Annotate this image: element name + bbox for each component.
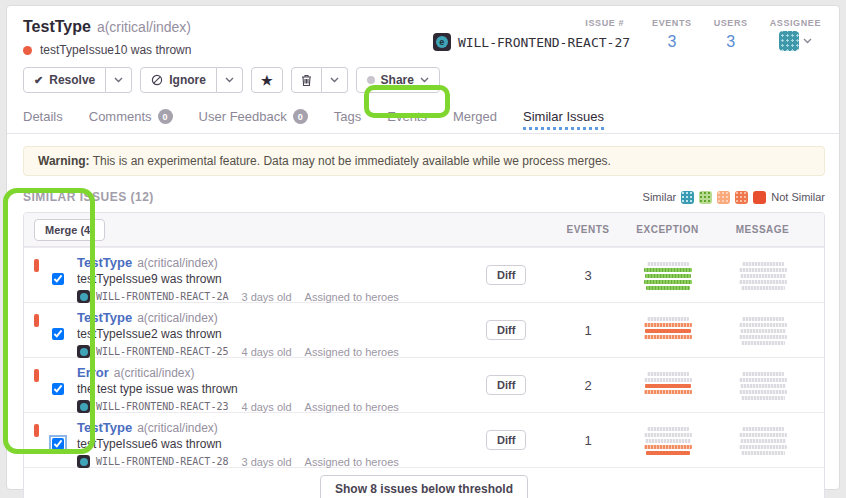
similarity-bar: [644, 335, 692, 339]
chevron-down-icon: [803, 38, 812, 44]
similarity-bar: [644, 445, 692, 449]
similarity-bar: [740, 384, 786, 388]
tab-tags[interactable]: Tags: [334, 103, 361, 133]
similarity-bar: [645, 274, 691, 278]
tab-events[interactable]: Events: [387, 103, 427, 133]
similarity-bar: [739, 280, 787, 284]
row-merge-checkbox[interactable]: [52, 273, 64, 285]
error-level-bar: [34, 314, 39, 327]
tab-label: User Feedback: [199, 109, 287, 124]
ignore-button[interactable]: Ignore: [140, 67, 217, 93]
legend-swatch-red: [753, 191, 766, 204]
events-stat-value[interactable]: 3: [652, 33, 692, 51]
similarity-bar: [645, 439, 691, 443]
similarity-bar: [741, 451, 785, 455]
diff-button[interactable]: Diff: [486, 375, 526, 395]
warning-prefix: Warning:: [38, 154, 90, 168]
similarity-bar: [742, 262, 784, 266]
bookmark-star-button[interactable]: ★: [251, 67, 283, 93]
similarity-bar: [647, 262, 689, 266]
issue-culprit: a(critical/index): [137, 421, 218, 435]
chevron-down-icon: [420, 77, 429, 83]
issue-link[interactable]: TestType: [77, 420, 132, 435]
similarity-bar: [646, 286, 690, 290]
similar-issues-heading: SIMILAR ISSUES (12): [23, 190, 154, 204]
ignore-dropdown-button[interactable]: [217, 67, 243, 93]
message-similarity-bars: [715, 317, 810, 345]
users-stat-value[interactable]: 3: [714, 33, 748, 51]
row-merge-checkbox[interactable]: [52, 383, 64, 395]
chevron-down-icon: [330, 77, 339, 83]
delete-dropdown-button[interactable]: [322, 67, 348, 93]
similarity-bar: [644, 390, 692, 394]
issue-assigned: Assigned to heroes: [305, 346, 399, 358]
show-more-issues-button[interactable]: Show 8 issues below threshold: [320, 475, 528, 498]
issue-age: 4 days old: [241, 346, 291, 358]
share-button[interactable]: Share: [356, 67, 440, 93]
similarity-bar: [645, 384, 691, 388]
issue-assigned: Assigned to heroes: [305, 291, 399, 303]
similarity-bar: [741, 341, 785, 345]
share-button-label: Share: [381, 73, 414, 87]
row-merge-checkbox[interactable]: [52, 438, 64, 450]
star-icon: ★: [261, 73, 273, 88]
similarity-bar: [644, 280, 692, 284]
diff-button[interactable]: Diff: [486, 320, 526, 340]
row-events-count: 1: [556, 433, 620, 448]
platform-icon: [77, 345, 90, 358]
row-events-count: 1: [556, 323, 620, 338]
tab-label: Merged: [453, 109, 497, 124]
tab-merged[interactable]: Merged: [453, 103, 497, 133]
row-merge-checkbox[interactable]: [52, 328, 64, 340]
issue-short-id[interactable]: WILL-FRONTEND-REACT-27: [458, 35, 630, 50]
row-events-count: 3: [556, 268, 620, 283]
resolve-button-label: Resolve: [49, 73, 95, 87]
issue-age: 3 days old: [241, 291, 291, 303]
tab-comments[interactable]: Comments0: [89, 103, 173, 133]
similar-issues-panel: Merge (4) EVENTS EXCEPTION MESSAGE TestT…: [23, 212, 825, 498]
similar-issue-row: Errora(critical/index) the test type iss…: [24, 357, 824, 412]
issue-link[interactable]: TestType: [77, 310, 132, 325]
exception-similarity-bars: [620, 317, 715, 339]
issue-age: 4 days old: [241, 401, 291, 413]
issue-culprit: a(critical/index): [137, 311, 218, 325]
similarity-bar: [741, 396, 785, 400]
similarity-bar: [739, 335, 787, 339]
tab-label: Events: [387, 109, 427, 124]
similar-issue-row: TestTypea(critical/index) testTypeIssue2…: [24, 302, 824, 357]
assignee-stat-label: ASSIGNEE: [770, 18, 821, 28]
message-similarity-bars: [715, 372, 810, 400]
similarity-bar: [647, 372, 689, 376]
tab-details[interactable]: Details: [23, 103, 63, 133]
exception-similarity-bars: [620, 427, 715, 455]
similarity-bar: [645, 329, 691, 333]
resolve-dropdown-button[interactable]: [106, 67, 132, 93]
similarity-bar: [741, 286, 785, 290]
issue-short-id: WILL-FRONTEND-REACT-25: [96, 346, 228, 357]
tab-label: Tags: [334, 109, 361, 124]
resolve-button[interactable]: ✔ Resolve: [23, 67, 106, 93]
similarity-bar: [644, 378, 692, 382]
similarity-bar: [739, 433, 787, 437]
similarity-bar: [646, 451, 690, 455]
ignore-button-label: Ignore: [169, 73, 206, 87]
merge-button[interactable]: Merge (4): [34, 219, 105, 241]
row-events-count: 2: [556, 378, 620, 393]
similarity-legend: Similar Not Similar: [643, 191, 825, 204]
assignee-dropdown[interactable]: [770, 31, 821, 51]
tab-user-feedback[interactable]: User Feedback0: [199, 103, 308, 133]
chevron-down-icon: [225, 77, 234, 83]
similarity-bar: [647, 427, 689, 431]
issue-link[interactable]: Error: [77, 365, 109, 380]
diff-button[interactable]: Diff: [486, 265, 526, 285]
error-level-bar: [34, 259, 39, 272]
issue-assigned: Assigned to heroes: [305, 456, 399, 468]
delete-button[interactable]: [291, 67, 322, 93]
tab-similar-issues[interactable]: Similar Issues: [523, 103, 604, 133]
message-similarity-bars: [715, 427, 810, 455]
diff-button[interactable]: Diff: [486, 430, 526, 450]
platform-icon: e: [433, 33, 451, 51]
issue-culprit: a(critical/index): [114, 366, 195, 380]
legend-not-similar-label: Not Similar: [771, 191, 825, 203]
issue-link[interactable]: TestType: [77, 255, 132, 270]
